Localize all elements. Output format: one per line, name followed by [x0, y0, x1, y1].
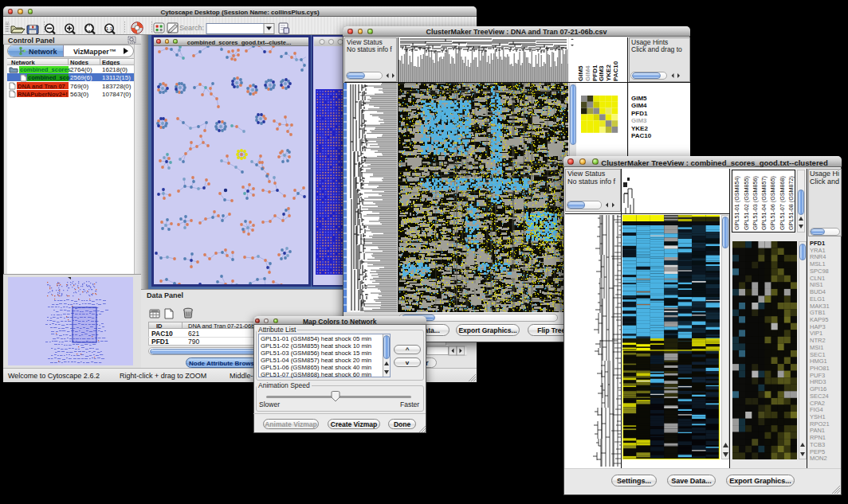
svg-text:TCB3: TCB3: [810, 441, 825, 448]
svg-text:GPL51-04 (GSM857): GPL51-04 (GSM857): [760, 176, 768, 230]
svg-text:NIS1: NIS1: [810, 281, 823, 288]
svg-text:SEC24: SEC24: [810, 393, 829, 400]
svg-text:RPN1: RPN1: [810, 434, 826, 441]
svg-text:MON2: MON2: [810, 455, 827, 462]
svg-text:Search:: Search:: [179, 24, 204, 32]
svg-text:FIG4: FIG4: [810, 406, 823, 413]
svg-text:GPL51-07 (GSM868): GPL51-07 (GSM868): [779, 176, 786, 230]
svg-text:1:1: 1:1: [106, 26, 113, 31]
svg-text:HRD3: HRD3: [810, 378, 826, 385]
svg-text:CLN1: CLN1: [810, 275, 825, 282]
svg-text:GPL51-02 (GSM855): GPL51-02 (GSM855): [743, 176, 750, 230]
svg-text:SEC1: SEC1: [810, 351, 826, 358]
svg-text:GPL51-03 (GSM856): GPL51-03 (GSM856): [752, 176, 759, 230]
svg-text:GPL51-08 (GSM872): GPL51-08 (GSM872): [787, 176, 795, 230]
svg-text:YSH1: YSH1: [810, 413, 826, 420]
svg-text:GPL51-01 (GSM854): GPL51-01 (GSM854): [733, 176, 740, 230]
svg-text:MAK31: MAK31: [810, 303, 830, 310]
svg-text:NTR2: NTR2: [810, 337, 826, 344]
svg-text:GIM4: GIM4: [584, 65, 591, 81]
svg-text:PAC10: PAC10: [612, 61, 619, 81]
svg-text:BUD4: BUD4: [810, 288, 826, 295]
svg-text:SPC98: SPC98: [810, 268, 829, 275]
svg-text:PFD1: PFD1: [810, 240, 825, 247]
svg-text:PHO81: PHO81: [810, 365, 830, 372]
svg-text:KAP95: KAP95: [810, 316, 828, 323]
svg-text:GIM5: GIM5: [577, 65, 584, 81]
svg-text:GPI16: GPI16: [810, 385, 826, 393]
svg-text:PAN1: PAN1: [810, 427, 825, 434]
svg-text:YRA1: YRA1: [810, 247, 826, 254]
svg-text:VIP1: VIP1: [810, 330, 822, 337]
svg-text:MSL1: MSL1: [810, 260, 826, 268]
svg-text:HAP3: HAP3: [810, 323, 826, 330]
svg-text:GPL51-06 (GSM865): GPL51-06 (GSM865): [769, 176, 776, 230]
svg-text:GTB1: GTB1: [810, 309, 826, 316]
svg-text:ELG1: ELG1: [810, 295, 825, 303]
svg-text:PFD1: PFD1: [591, 64, 599, 81]
svg-text:RPO21: RPO21: [810, 420, 830, 428]
svg-text:YKE2: YKE2: [605, 64, 612, 81]
svg-text:PUF3: PUF3: [810, 372, 825, 379]
svg-text:MSI1: MSI1: [810, 344, 824, 351]
svg-text:CPA2: CPA2: [810, 400, 825, 407]
svg-text:GIM3: GIM3: [598, 65, 605, 81]
svg-text:PEP5: PEP5: [810, 448, 825, 455]
svg-text:HMG1: HMG1: [810, 357, 827, 365]
svg-text:RNR4: RNR4: [810, 253, 826, 260]
